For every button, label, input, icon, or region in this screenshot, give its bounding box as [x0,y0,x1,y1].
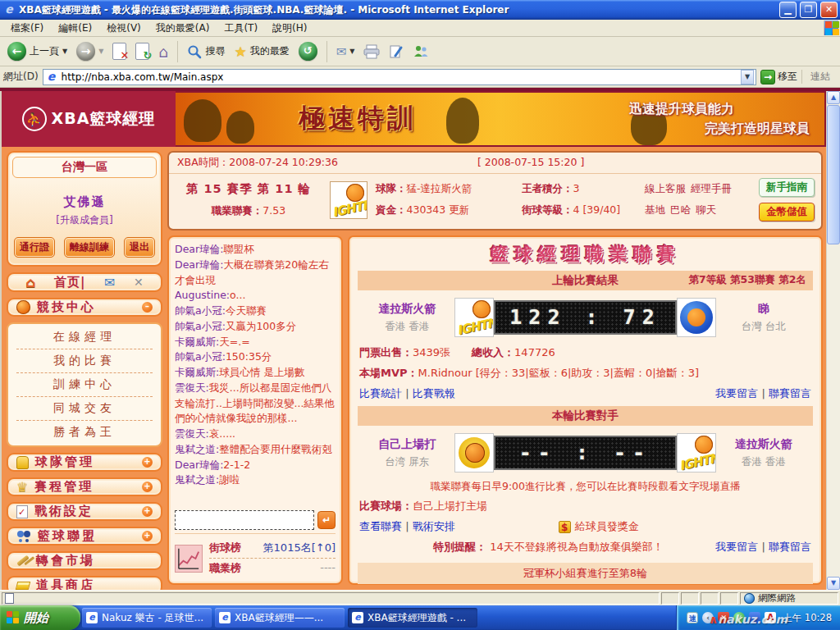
menu-tools[interactable]: 工具(T) [217,20,265,37]
next-away-team-name[interactable]: 達拉斯火箭 [716,437,811,452]
menu-help[interactable]: 說明(H) [265,20,314,37]
address-dropdown-icon[interactable]: ▼ [741,70,754,84]
sidebar-item-arena[interactable]: 競技中心 – [7,298,162,317]
taskbar-item-xba-active[interactable]: e XBA籃球經理遊戲 - ... [348,608,477,628]
page-scrollbar[interactable]: ▲ ▼ [826,91,840,590]
expand-icon[interactable]: + [142,482,153,492]
pro-rank-value: ---- [320,561,336,576]
go-button[interactable]: → 移至 [760,70,797,84]
chat-link[interactable]: 聊天 [696,203,716,216]
newbie-guide-button[interactable]: 新手指南 [759,178,815,197]
leave-message-link[interactable]: 我要留言 [715,387,758,399]
tray-update-icon[interactable]: ✓ [733,612,745,623]
submenu-winner-king[interactable]: 勝者為王 [16,421,153,444]
leave-message-link2[interactable]: 我要留言 [715,541,758,553]
away-team-name[interactable]: 睇 [716,302,811,317]
taskbar-item-xba1[interactable]: e XBA籃球經理——... [215,608,345,628]
favorites-button[interactable]: ★ 我的最愛 [231,42,291,62]
menu-view[interactable]: 檢視(V) [99,20,148,37]
promo-banner[interactable]: 極速特訓 迅速提升球員能力 完美打造明星球員 [176,91,826,147]
tools-icon[interactable]: ✕ [134,276,144,289]
forward-dropdown-icon[interactable]: ▼ [98,48,103,55]
close-button[interactable]: ✕ [820,2,838,18]
pass-button[interactable]: 通行證 [14,237,55,258]
pro-rank-label[interactable]: 職業榜 [209,561,241,576]
coin-deposit-button[interactable]: 金幣儲值 [759,203,815,221]
exit-button[interactable]: 退出 [124,237,155,258]
funds-update-link[interactable]: 更新 [449,203,469,216]
tactics-board-icon: ✓ [16,505,28,518]
tray-network-icon[interactable] [749,612,760,623]
schedule-mgmt-label: 賽程管理 [34,479,135,495]
restore-button[interactable]: ❐ [800,2,817,18]
league-message-link2[interactable]: 聯賽留言 [758,541,811,553]
submenu-city-friends[interactable]: 同城交友 [16,397,153,421]
home-button[interactable]: ⌂ [156,41,171,62]
street-rank-label[interactable]: 街球榜 [209,541,241,555]
history-button[interactable]: ↺ [296,40,320,62]
minimize-button[interactable]: ▁ [779,2,797,18]
view-league-link[interactable]: 查看聯賽 [359,520,402,532]
print-button[interactable] [361,43,382,61]
forward-button[interactable]: → ▼ [74,40,106,62]
address-url[interactable]: http://nba.xba.com.tw/Main.aspx [62,71,737,83]
scroll-down-arrow[interactable]: ▼ [827,577,840,590]
match-report-link[interactable]: 比賽戰報 [402,387,455,399]
mail-dropdown-icon[interactable]: ▼ [349,48,354,55]
expand-icon[interactable]: + [142,457,153,468]
menu-favorites[interactable]: 我的最愛(A) [148,20,217,37]
next-home-team-logo [454,433,494,472]
sidebar-item-league[interactable]: 籃球聯盟 + [7,527,162,546]
tactics-arrange-link[interactable]: 戰術安排 [402,520,455,532]
messenger-button[interactable] [410,43,431,61]
offline-training-button[interactable]: 離線訓練 [64,237,115,258]
submenu-my-matches[interactable]: 我的比賽 [16,349,153,373]
service-link[interactable]: 線上客服 [645,182,686,194]
collapse-icon[interactable]: – [142,302,153,313]
back-dropdown-icon[interactable]: ▼ [62,48,67,55]
tray-shield-icon[interactable]: ✕ [718,612,729,623]
expand-icon[interactable]: + [142,506,153,517]
submenu-online-manager[interactable]: 在線經理 [16,326,153,349]
sidebar-item-transfer[interactable]: 轉會市場 [7,551,162,570]
mail-button[interactable]: ✉ ▼ [334,43,358,61]
search-button[interactable]: 搜尋 [185,43,227,61]
refresh-button[interactable]: ↻ [133,41,152,62]
league-message-link[interactable]: 聯賽留言 [758,387,811,399]
upgrade-link[interactable]: [升級成會員] [12,213,157,227]
manual-link[interactable]: 經理手冊 [691,182,732,194]
bonus-link[interactable]: 給球員發獎金 [575,519,639,534]
menu-edit[interactable]: 編輯(E) [51,20,99,37]
tray-collapse-icon[interactable]: ‹ [702,612,714,623]
scroll-up-arrow[interactable]: ▲ [827,91,840,104]
taskbar-item-nakuz[interactable]: e Nakuz 樂古 - 足球世... [82,608,212,628]
scroll-thumb[interactable] [827,105,840,244]
tray-antivirus-icon[interactable]: A [765,612,776,623]
home-team-name[interactable]: 達拉斯火箭 [359,302,454,317]
address-field[interactable]: e http://nba.xba.com.tw/Main.aspx ▼ [43,69,756,85]
chat-message: 雲復天我災...所以都是固定他們八支輪流打..上場時間都沒變...結果他們的心情… [175,381,336,427]
sidebar-item-team[interactable]: 球隊管理 + [7,453,162,472]
sidebar-item-schedule[interactable]: ♕ 賽程管理 + [7,477,162,496]
stop-button[interactable]: ✕ [110,41,129,62]
home-link[interactable]: 首页| [54,275,85,290]
edit-button[interactable] [386,43,406,61]
links-label[interactable]: 連結 [801,70,837,84]
start-button[interactable]: 開始 [0,605,80,630]
expand-icon[interactable]: + [142,531,153,541]
back-button[interactable]: ← 上一頁 ▼ [5,40,70,62]
menu-file[interactable]: 檔案(F) [3,20,51,37]
site-logo[interactable]: ⛹ XBA籃球經理 [2,91,176,147]
history-icon: ↺ [299,42,317,61]
baha-link[interactable]: 巴哈 [670,203,691,216]
base-link[interactable]: 基地 [645,203,665,216]
next-home-team-name[interactable]: 自己上場打 [359,437,454,452]
send-button[interactable]: ↵ [317,511,336,529]
match-stats-link[interactable]: 比賽統計 [359,387,402,399]
submenu-training-center[interactable]: 訓練中心 [16,373,153,397]
home-icon[interactable]: ⌂ [25,274,35,290]
mail-icon[interactable]: ✉ [104,275,115,290]
tray-speed-icon[interactable]: 速 [687,612,698,623]
chat-input[interactable] [175,510,314,530]
sidebar-item-tactics[interactable]: ✓ 戰術設定 + [7,502,162,521]
